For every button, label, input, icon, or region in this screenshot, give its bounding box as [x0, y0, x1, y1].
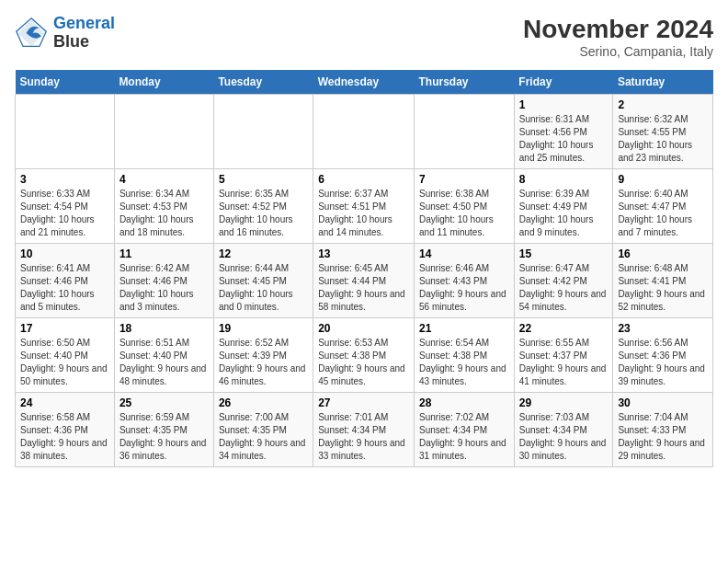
calendar-cell: 19Sunrise: 6:52 AM Sunset: 4:39 PM Dayli… — [213, 318, 313, 393]
day-number: 18 — [119, 322, 209, 335]
day-info: Sunrise: 6:42 AM Sunset: 4:46 PM Dayligh… — [119, 262, 209, 314]
day-info: Sunrise: 7:03 AM Sunset: 4:34 PM Dayligh… — [519, 411, 609, 463]
calendar-cell: 24Sunrise: 6:58 AM Sunset: 4:36 PM Dayli… — [16, 393, 115, 467]
logo-text: General Blue — [53, 15, 115, 52]
day-info: Sunrise: 6:58 AM Sunset: 4:36 PM Dayligh… — [20, 411, 109, 463]
day-info: Sunrise: 6:56 AM Sunset: 4:36 PM Dayligh… — [618, 337, 708, 388]
day-info: Sunrise: 6:55 AM Sunset: 4:37 PM Dayligh… — [519, 337, 609, 388]
calendar-week-5: 24Sunrise: 6:58 AM Sunset: 4:36 PM Dayli… — [16, 393, 713, 467]
day-info: Sunrise: 6:52 AM Sunset: 4:39 PM Dayligh… — [219, 337, 308, 388]
day-info: Sunrise: 6:48 AM Sunset: 4:41 PM Dayligh… — [618, 262, 708, 314]
day-number: 7 — [419, 173, 509, 186]
day-number: 25 — [119, 396, 209, 409]
day-info: Sunrise: 6:31 AM Sunset: 4:56 PM Dayligh… — [519, 113, 609, 165]
day-number: 24 — [20, 396, 109, 409]
title-block: November 2024 Serino, Campania, Italy — [523, 15, 713, 59]
day-number: 9 — [618, 173, 708, 186]
day-number: 20 — [318, 322, 409, 335]
day-number: 4 — [119, 173, 209, 186]
page-subtitle: Serino, Campania, Italy — [523, 44, 713, 59]
day-number: 30 — [618, 396, 708, 409]
day-info: Sunrise: 7:01 AM Sunset: 4:34 PM Dayligh… — [318, 411, 409, 463]
day-number: 12 — [219, 247, 308, 260]
day-number: 21 — [419, 322, 509, 335]
calendar-cell: 21Sunrise: 6:54 AM Sunset: 4:38 PM Dayli… — [415, 318, 515, 393]
day-info: Sunrise: 7:04 AM Sunset: 4:33 PM Dayligh… — [618, 411, 708, 463]
day-info: Sunrise: 6:47 AM Sunset: 4:42 PM Dayligh… — [519, 262, 609, 314]
day-info: Sunrise: 6:51 AM Sunset: 4:40 PM Dayligh… — [119, 337, 209, 388]
day-number: 22 — [519, 322, 609, 335]
weekday-header-wednesday: Wednesday — [313, 70, 415, 95]
day-number: 6 — [318, 173, 409, 186]
calendar-cell: 26Sunrise: 7:00 AM Sunset: 4:35 PM Dayli… — [213, 393, 313, 467]
calendar-cell: 10Sunrise: 6:41 AM Sunset: 4:46 PM Dayli… — [16, 244, 115, 318]
day-info: Sunrise: 6:41 AM Sunset: 4:46 PM Dayligh… — [20, 262, 109, 314]
day-number: 13 — [318, 247, 409, 260]
weekday-header-thursday: Thursday — [415, 70, 515, 95]
calendar-cell: 4Sunrise: 6:34 AM Sunset: 4:53 PM Daylig… — [114, 169, 213, 244]
weekday-header-tuesday: Tuesday — [213, 70, 313, 95]
day-number: 27 — [318, 396, 409, 409]
calendar-cell — [415, 95, 515, 169]
day-info: Sunrise: 6:45 AM Sunset: 4:44 PM Dayligh… — [318, 262, 409, 314]
weekday-header-monday: Monday — [114, 70, 213, 95]
day-number: 11 — [119, 247, 209, 260]
logo-icon — [15, 17, 48, 50]
day-info: Sunrise: 6:34 AM Sunset: 4:53 PM Dayligh… — [119, 188, 209, 239]
day-number: 19 — [219, 322, 308, 335]
calendar-cell: 30Sunrise: 7:04 AM Sunset: 4:33 PM Dayli… — [613, 393, 713, 467]
day-info: Sunrise: 6:40 AM Sunset: 4:47 PM Dayligh… — [618, 188, 708, 239]
day-info: Sunrise: 7:00 AM Sunset: 4:35 PM Dayligh… — [219, 411, 308, 463]
day-number: 3 — [20, 173, 109, 186]
calendar-cell: 18Sunrise: 6:51 AM Sunset: 4:40 PM Dayli… — [114, 318, 213, 393]
day-info: Sunrise: 6:50 AM Sunset: 4:40 PM Dayligh… — [20, 337, 109, 388]
calendar-cell: 27Sunrise: 7:01 AM Sunset: 4:34 PM Dayli… — [313, 393, 415, 467]
day-number: 23 — [618, 322, 708, 335]
calendar-cell: 29Sunrise: 7:03 AM Sunset: 4:34 PM Dayli… — [514, 393, 613, 467]
calendar-cell: 1Sunrise: 6:31 AM Sunset: 4:56 PM Daylig… — [514, 95, 613, 169]
weekday-header-sunday: Sunday — [16, 70, 115, 95]
calendar-cell: 12Sunrise: 6:44 AM Sunset: 4:45 PM Dayli… — [213, 244, 313, 318]
day-info: Sunrise: 6:37 AM Sunset: 4:51 PM Dayligh… — [318, 188, 409, 239]
calendar-week-3: 10Sunrise: 6:41 AM Sunset: 4:46 PM Dayli… — [16, 244, 713, 318]
calendar-week-4: 17Sunrise: 6:50 AM Sunset: 4:40 PM Dayli… — [16, 318, 713, 393]
calendar-cell: 20Sunrise: 6:53 AM Sunset: 4:38 PM Dayli… — [313, 318, 415, 393]
day-info: Sunrise: 6:59 AM Sunset: 4:35 PM Dayligh… — [119, 411, 209, 463]
calendar-header-row: SundayMondayTuesdayWednesdayThursdayFrid… — [16, 70, 713, 95]
day-info: Sunrise: 6:35 AM Sunset: 4:52 PM Dayligh… — [219, 188, 308, 239]
page-header: General Blue November 2024 Serino, Campa… — [15, 15, 713, 59]
day-number: 28 — [419, 396, 509, 409]
day-info: Sunrise: 6:39 AM Sunset: 4:49 PM Dayligh… — [519, 188, 609, 239]
page-title: November 2024 — [523, 15, 713, 44]
calendar-cell: 23Sunrise: 6:56 AM Sunset: 4:36 PM Dayli… — [613, 318, 713, 393]
weekday-header-saturday: Saturday — [613, 70, 713, 95]
day-number: 15 — [519, 247, 609, 260]
day-number: 26 — [219, 396, 308, 409]
day-number: 10 — [20, 247, 109, 260]
calendar-cell: 6Sunrise: 6:37 AM Sunset: 4:51 PM Daylig… — [313, 169, 415, 244]
calendar-week-2: 3Sunrise: 6:33 AM Sunset: 4:54 PM Daylig… — [16, 169, 713, 244]
calendar-cell: 16Sunrise: 6:48 AM Sunset: 4:41 PM Dayli… — [613, 244, 713, 318]
calendar-cell: 13Sunrise: 6:45 AM Sunset: 4:44 PM Dayli… — [313, 244, 415, 318]
calendar-cell: 25Sunrise: 6:59 AM Sunset: 4:35 PM Dayli… — [114, 393, 213, 467]
day-info: Sunrise: 6:44 AM Sunset: 4:45 PM Dayligh… — [219, 262, 308, 314]
calendar-cell: 5Sunrise: 6:35 AM Sunset: 4:52 PM Daylig… — [213, 169, 313, 244]
calendar-table: SundayMondayTuesdayWednesdayThursdayFrid… — [15, 70, 713, 467]
day-info: Sunrise: 6:53 AM Sunset: 4:38 PM Dayligh… — [318, 337, 409, 388]
calendar-cell — [313, 95, 415, 169]
calendar-cell: 17Sunrise: 6:50 AM Sunset: 4:40 PM Dayli… — [16, 318, 115, 393]
day-number: 16 — [618, 247, 708, 260]
day-number: 5 — [219, 173, 308, 186]
calendar-cell: 7Sunrise: 6:38 AM Sunset: 4:50 PM Daylig… — [415, 169, 515, 244]
day-number: 14 — [419, 247, 509, 260]
calendar-cell: 2Sunrise: 6:32 AM Sunset: 4:55 PM Daylig… — [613, 95, 713, 169]
calendar-cell: 15Sunrise: 6:47 AM Sunset: 4:42 PM Dayli… — [514, 244, 613, 318]
day-info: Sunrise: 6:33 AM Sunset: 4:54 PM Dayligh… — [20, 188, 109, 239]
day-info: Sunrise: 6:32 AM Sunset: 4:55 PM Dayligh… — [618, 113, 708, 165]
calendar-cell: 28Sunrise: 7:02 AM Sunset: 4:34 PM Dayli… — [415, 393, 515, 467]
weekday-header-friday: Friday — [514, 70, 613, 95]
calendar-cell: 14Sunrise: 6:46 AM Sunset: 4:43 PM Dayli… — [415, 244, 515, 318]
day-number: 2 — [618, 98, 708, 111]
calendar-cell: 9Sunrise: 6:40 AM Sunset: 4:47 PM Daylig… — [613, 169, 713, 244]
logo: General Blue — [15, 15, 115, 52]
